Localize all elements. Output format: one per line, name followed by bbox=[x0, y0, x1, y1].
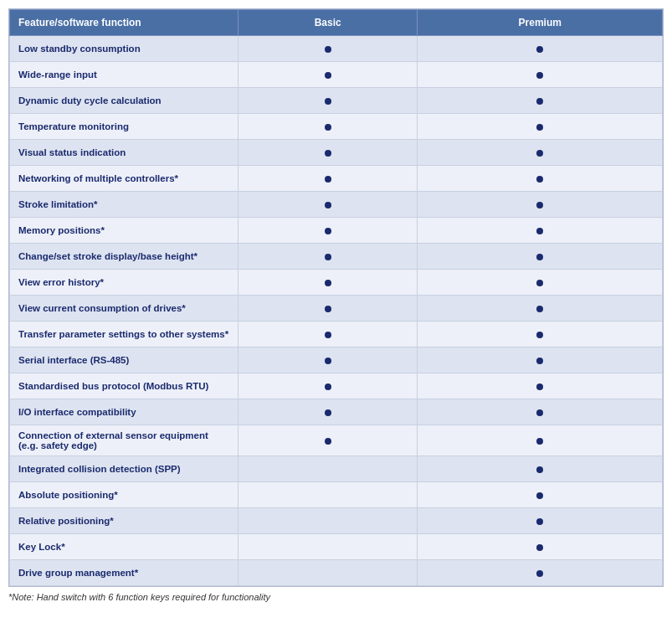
table-row: Connection of external sensor equipment … bbox=[10, 425, 663, 456]
check-dot bbox=[325, 438, 331, 445]
feature-cell: Transfer parameter settings to other sys… bbox=[10, 322, 239, 347]
premium-cell bbox=[418, 218, 663, 244]
basic-cell bbox=[239, 140, 418, 166]
premium-cell bbox=[418, 560, 663, 586]
check-dot bbox=[536, 518, 543, 525]
check-dot bbox=[325, 72, 331, 79]
premium-cell bbox=[418, 347, 663, 373]
premium-cell bbox=[418, 270, 663, 296]
basic-cell bbox=[239, 322, 418, 347]
table-row: Drive group management* bbox=[10, 560, 663, 586]
premium-cell bbox=[418, 36, 663, 62]
comparison-table: Feature/software function Basic Premium … bbox=[8, 8, 664, 587]
feature-cell: Dynamic duty cycle calculation bbox=[10, 88, 239, 114]
feature-cell: View current consumption of drives* bbox=[10, 296, 239, 322]
table-row: Networking of multiple controllers* bbox=[10, 166, 663, 192]
table-row: View current consumption of drives* bbox=[10, 296, 663, 322]
basic-cell bbox=[239, 166, 418, 192]
table-row: Relative positioning* bbox=[10, 508, 663, 534]
header-premium: Premium bbox=[418, 10, 663, 36]
check-dot bbox=[325, 46, 331, 53]
premium-cell bbox=[418, 399, 663, 425]
table-row: Low standby consumption bbox=[10, 36, 663, 62]
check-dot bbox=[536, 150, 543, 157]
table-row: Key Lock* bbox=[10, 534, 663, 560]
check-dot bbox=[536, 358, 543, 364]
check-dot bbox=[536, 409, 543, 416]
feature-cell: Integrated collision detection (SPP) bbox=[10, 456, 239, 482]
premium-cell bbox=[418, 166, 663, 192]
feature-cell: Absolute positioning* bbox=[10, 482, 239, 508]
feature-cell: Change/set stroke display/base height* bbox=[10, 244, 239, 270]
basic-cell bbox=[239, 244, 418, 270]
check-dot bbox=[325, 150, 331, 157]
table-row: Absolute positioning* bbox=[10, 482, 663, 508]
feature-cell: Low standby consumption bbox=[10, 36, 239, 62]
check-dot bbox=[325, 358, 331, 364]
check-dot bbox=[536, 228, 543, 234]
premium-cell bbox=[418, 425, 663, 456]
check-dot bbox=[536, 383, 543, 390]
feature-cell: View error history* bbox=[10, 270, 239, 296]
table-row: I/O interface compatibility bbox=[10, 399, 663, 425]
check-dot bbox=[325, 383, 331, 390]
basic-cell bbox=[239, 114, 418, 140]
premium-cell bbox=[418, 140, 663, 166]
check-dot bbox=[325, 202, 331, 208]
premium-cell bbox=[418, 373, 663, 399]
basic-cell bbox=[239, 347, 418, 373]
check-dot bbox=[325, 409, 331, 416]
feature-cell: Connection of external sensor equipment … bbox=[10, 425, 239, 456]
check-dot bbox=[536, 72, 543, 79]
check-dot bbox=[536, 254, 543, 260]
table-row: Temperature monitoring bbox=[10, 114, 663, 140]
premium-cell bbox=[418, 114, 663, 140]
check-dot bbox=[325, 98, 331, 105]
table-row: Stroke limitation* bbox=[10, 192, 663, 218]
basic-cell bbox=[239, 62, 418, 88]
basic-cell bbox=[239, 425, 418, 456]
feature-cell: Relative positioning* bbox=[10, 508, 239, 534]
table-row: Wide-range input bbox=[10, 62, 663, 88]
check-dot bbox=[536, 332, 543, 338]
check-dot bbox=[536, 280, 543, 286]
feature-cell: I/O interface compatibility bbox=[10, 399, 239, 425]
feature-cell: Networking of multiple controllers* bbox=[10, 166, 239, 192]
feature-cell: Stroke limitation* bbox=[10, 192, 239, 218]
footnote: *Note: Hand switch with 6 function keys … bbox=[8, 592, 664, 602]
feature-cell: Standardised bus protocol (Modbus RTU) bbox=[10, 373, 239, 399]
basic-cell bbox=[239, 218, 418, 244]
premium-cell bbox=[418, 322, 663, 347]
feature-cell: Key Lock* bbox=[10, 534, 239, 560]
check-dot bbox=[536, 492, 543, 499]
table-row: Standardised bus protocol (Modbus RTU) bbox=[10, 373, 663, 399]
header-feature: Feature/software function bbox=[10, 10, 239, 36]
check-dot bbox=[536, 202, 543, 208]
table-row: Serial interface (RS-485) bbox=[10, 347, 663, 373]
check-dot bbox=[325, 332, 331, 338]
premium-cell bbox=[418, 88, 663, 114]
check-dot bbox=[325, 306, 331, 312]
check-dot bbox=[536, 306, 543, 312]
check-dot bbox=[536, 124, 543, 131]
basic-cell bbox=[239, 456, 418, 482]
table-row: Memory positions* bbox=[10, 218, 663, 244]
feature-cell: Wide-range input bbox=[10, 62, 239, 88]
basic-cell bbox=[239, 36, 418, 62]
basic-cell bbox=[239, 270, 418, 296]
check-dot bbox=[536, 544, 543, 551]
basic-cell bbox=[239, 192, 418, 218]
feature-cell: Drive group management* bbox=[10, 560, 239, 586]
check-dot bbox=[325, 228, 331, 234]
basic-cell bbox=[239, 534, 418, 560]
premium-cell bbox=[418, 456, 663, 482]
premium-cell bbox=[418, 296, 663, 322]
check-dot bbox=[536, 46, 543, 53]
basic-cell bbox=[239, 508, 418, 534]
basic-cell bbox=[239, 482, 418, 508]
table-row: Integrated collision detection (SPP) bbox=[10, 456, 663, 482]
table-row: Transfer parameter settings to other sys… bbox=[10, 322, 663, 347]
basic-cell bbox=[239, 560, 418, 586]
feature-cell: Serial interface (RS-485) bbox=[10, 347, 239, 373]
table-row: Visual status indication bbox=[10, 140, 663, 166]
